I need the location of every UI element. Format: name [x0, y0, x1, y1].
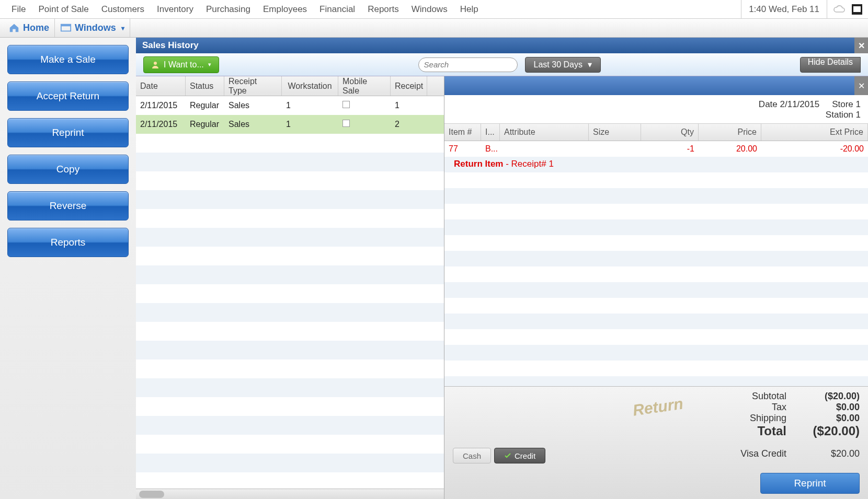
col-workstation[interactable]: Workstation	[282, 76, 338, 96]
reverse-button[interactable]: Reverse	[7, 191, 129, 221]
cell-date: 2/11/2015	[136, 101, 186, 110]
menu-financial[interactable]: Financial	[313, 4, 361, 15]
menu-inventory[interactable]: Inventory	[151, 4, 200, 15]
items-body: 77 B... -1 20.00 -20.00 Return Item - Re…	[444, 141, 868, 386]
return-item-label: Return Item	[454, 159, 503, 169]
col-attribute[interactable]: Attribute	[500, 124, 589, 141]
detail-store-label: Store 1	[832, 99, 861, 110]
col-ext-price[interactable]: Ext Price	[761, 124, 868, 141]
tender-label: Visa Credit	[740, 448, 786, 459]
chevron-down-icon: ▾	[208, 61, 211, 68]
credit-button[interactable]: Credit	[494, 448, 545, 463]
col-item-no[interactable]: Item #	[444, 124, 481, 141]
col-qty[interactable]: Qty	[641, 124, 699, 141]
reprint-button[interactable]: Reprint	[7, 118, 129, 147]
home-ribbon: Home Windows ▾	[0, 19, 868, 38]
menu-customers[interactable]: Customers	[95, 4, 151, 15]
cell-ws: 1	[282, 120, 338, 129]
date-range-dropdown[interactable]: Last 30 Days ▾	[525, 57, 601, 73]
col-receipt-type[interactable]: Receipt Type	[224, 76, 282, 96]
menu-bar: File Point of Sale Customers Inventory P…	[0, 0, 868, 19]
windows-label: Windows	[75, 22, 116, 33]
detail-meta-row2: Station 1	[444, 110, 868, 123]
page-titlebar: Sales History ✕	[136, 38, 868, 53]
i-want-to-label: I Want to...	[164, 60, 204, 69]
checkbox-icon[interactable]	[342, 120, 350, 127]
cell-item-no: 77	[444, 144, 481, 154]
horizontal-scrollbar[interactable]	[136, 489, 444, 499]
credit-label: Credit	[515, 451, 535, 460]
menu-employees[interactable]: Employees	[257, 4, 313, 15]
search-input[interactable]	[424, 60, 524, 69]
hide-details-button[interactable]: Hide Details	[800, 57, 861, 73]
col-status[interactable]: Status	[186, 76, 224, 96]
cell-rtype: Sales	[224, 101, 282, 110]
col-size[interactable]: Size	[589, 124, 641, 141]
shipping-value: $0.00	[802, 413, 860, 424]
cell-price: 20.00	[699, 144, 761, 154]
i-want-to-button[interactable]: I Want to... ▾	[143, 56, 219, 73]
windows-icon	[60, 22, 72, 34]
cell-i: B...	[481, 144, 500, 154]
col-mobile-sale[interactable]: Mobile Sale	[338, 76, 391, 96]
totals-area: Return Subtotal($20.00) Tax$0.00 Shippin…	[444, 386, 868, 499]
cell-ext: -20.00	[761, 144, 868, 154]
cell-status: Regular	[186, 120, 224, 129]
menu-windows[interactable]: Windows	[405, 4, 454, 15]
tax-value: $0.00	[802, 402, 860, 413]
col-price[interactable]: Price	[699, 124, 761, 141]
checkbox-icon[interactable]	[342, 101, 350, 108]
reports-button[interactable]: Reports	[7, 228, 129, 257]
detail-pane: ✕ Date 2/11/2015 Store 1 Station 1 Item …	[444, 76, 868, 499]
col-i[interactable]: I...	[481, 124, 500, 141]
table-row[interactable]: 2/11/2015 Regular Sales 1 2	[136, 115, 444, 134]
date-range-label: Last 30 Days	[534, 60, 583, 69]
col-date[interactable]: Date	[136, 76, 186, 96]
cell-mobile[interactable]	[338, 120, 391, 129]
menu-pos[interactable]: Point of Sale	[32, 4, 95, 15]
cell-receipt: 1	[391, 101, 427, 110]
cloud-icon[interactable]	[832, 5, 846, 14]
menu-purchasing[interactable]: Purchasing	[200, 4, 257, 15]
tax-label: Tax	[729, 402, 786, 413]
grid-body[interactable]: 2/11/2015 Regular Sales 1 1 2/11/2015 Re…	[136, 96, 444, 489]
make-sale-button[interactable]: Make a Sale	[7, 45, 129, 74]
svg-rect-1	[853, 6, 861, 12]
cell-rtype: Sales	[224, 120, 282, 129]
scrollbar-thumb[interactable]	[139, 491, 164, 498]
close-icon[interactable]: ✕	[854, 38, 868, 53]
subtotal-value: ($20.00)	[802, 391, 860, 402]
menu-reports[interactable]: Reports	[361, 4, 405, 15]
page-title: Sales History	[142, 40, 199, 51]
windows-button[interactable]: Windows ▾	[55, 19, 130, 37]
home-label: Home	[23, 22, 49, 33]
cell-mobile[interactable]	[338, 101, 391, 110]
item-row[interactable]: 77 B... -1 20.00 -20.00	[444, 141, 868, 157]
toolbar: I Want to... ▾ Last 30 Days ▾ Hide Detai…	[136, 53, 868, 76]
detail-date-label: Date 2/11/2015	[759, 99, 819, 110]
search-box[interactable]	[418, 57, 518, 72]
menu-help[interactable]: Help	[454, 4, 485, 15]
table-row[interactable]: 2/11/2015 Regular Sales 1 1	[136, 96, 444, 115]
tender-amount: $20.00	[802, 448, 860, 459]
home-button[interactable]: Home	[3, 19, 55, 37]
cash-button[interactable]: Cash	[453, 448, 491, 463]
return-item-sub: - Receipt# 1	[503, 159, 553, 169]
person-icon	[151, 61, 159, 69]
reprint-detail-button[interactable]: Reprint	[760, 473, 860, 494]
detail-titlebar: ✕	[444, 76, 868, 95]
svg-point-4	[154, 62, 157, 65]
history-grid: Date Status Receipt Type Workstation Mob…	[136, 76, 444, 499]
fullscreen-icon[interactable]	[851, 4, 863, 15]
clock: 1:40 Wed, Feb 11	[741, 0, 827, 19]
detail-meta-row1: Date 2/11/2015 Store 1	[444, 95, 868, 110]
items-header: Item # I... Attribute Size Qty Price Ext…	[444, 123, 868, 141]
check-icon	[504, 452, 511, 459]
accept-return-button[interactable]: Accept Return	[7, 82, 129, 111]
copy-button[interactable]: Copy	[7, 155, 129, 184]
close-icon[interactable]: ✕	[854, 76, 868, 95]
col-receipt[interactable]: Receipt	[391, 76, 427, 96]
menu-file[interactable]: File	[5, 4, 32, 15]
total-label: Total	[729, 424, 786, 438]
svg-rect-3	[61, 24, 71, 26]
